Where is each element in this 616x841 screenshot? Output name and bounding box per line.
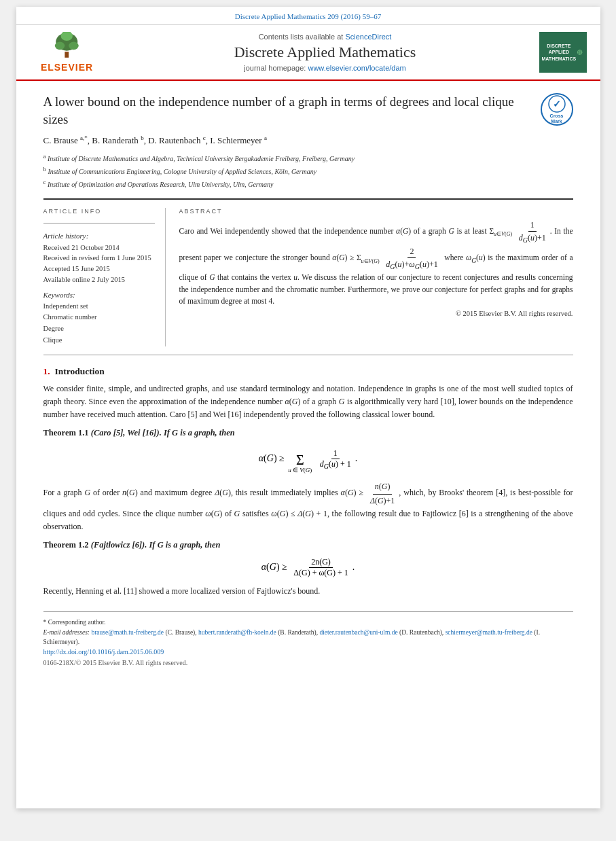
elsevier-tree-icon xyxy=(47,32,88,59)
authors-line: C. Brause a,*, B. Randerath b, D. Rauten… xyxy=(43,135,573,146)
homepage-link[interactable]: www.elsevier.com/locate/dam xyxy=(308,64,405,72)
history-label: Article history: xyxy=(43,232,155,240)
journal-title: Discrete Applied Mathematics xyxy=(234,43,416,61)
info-divider xyxy=(43,223,155,223)
main-content: A lower bound on the independence number… xyxy=(16,81,600,680)
section-1-heading: 1. Introduction xyxy=(43,366,573,377)
body-divider xyxy=(43,355,573,355)
journal-header: ELSEVIER Contents lists available at Sci… xyxy=(16,25,600,81)
homepage-line: journal homepage: www.elsevier.com/locat… xyxy=(244,64,405,72)
abstract-text: Caro and Wei independently showed that t… xyxy=(179,219,573,308)
svg-rect-0 xyxy=(65,52,69,58)
citation-bar: Discrete Applied Mathematics 209 (2016) … xyxy=(16,7,600,25)
journal-thumbnail: DISCRETEAPPLIEDMATHEMATICS xyxy=(539,32,587,73)
crossmark-badge: ✓ CrossMark xyxy=(541,93,573,126)
intro-paragraph-3: Recently, Henning et al. [11] showed a m… xyxy=(43,585,573,598)
email-addresses: E-mail addresses: brause@math.tu-freiber… xyxy=(43,628,573,647)
theorem-1-1-formula: α(G) ≥ Σ u ∈ V(G) 1 dG(u) + 1 . xyxy=(43,445,573,473)
sciencedirect-link[interactable]: ScienceDirect xyxy=(345,33,391,41)
page: Discrete Applied Mathematics 209 (2016) … xyxy=(16,7,600,808)
journal-info-center: Contents lists available at ScienceDirec… xyxy=(118,32,532,73)
section-number: 1. xyxy=(43,366,50,376)
article-info-label: Article Info xyxy=(43,208,155,215)
issn-line: 0166-218X/© 2015 Elsevier B.V. All right… xyxy=(43,659,573,666)
received-revised-date: Received in revised form 1 June 2015 xyxy=(43,253,155,264)
citation-text: Discrete Applied Mathematics 209 (2016) … xyxy=(235,12,381,20)
received-date: Received 21 October 2014 xyxy=(43,243,155,253)
theorem-1-1: Theorem 1.1 (Caro [5], Wei [16]). If G i… xyxy=(43,428,573,473)
theorem-1-2-label: Theorem 1.2 (Fajtlowicz [6]). If G is a … xyxy=(43,540,573,550)
article-title: A lower bound on the independence number… xyxy=(43,93,541,128)
email-link[interactable]: brause@math.tu-freiberg.de xyxy=(91,629,164,636)
keyword-4: Clique xyxy=(43,335,155,346)
email-link-2[interactable]: hubert.randerath@fh-koeln.de xyxy=(198,629,276,636)
keyword-1: Independent set xyxy=(43,301,155,312)
email-link-4[interactable]: schiermeyer@math.tu-freiberg.de xyxy=(446,629,532,636)
theorem-1-2-formula: α(G) ≥ 2n(G) Δ(G) + ω(G) + 1 . xyxy=(43,557,573,578)
abstract-column: Abstract Caro and Wei independently show… xyxy=(179,208,573,346)
doi-line: http://dx.doi.org/10.1016/j.dam.2015.06.… xyxy=(43,647,573,657)
accepted-date: Accepted 15 June 2015 xyxy=(43,264,155,274)
elsevier-wordmark: ELSEVIER xyxy=(41,62,93,73)
contents-available-text: Contents lists available at ScienceDirec… xyxy=(259,33,392,41)
email-link-3[interactable]: dieter.rautenbach@uni-ulm.de xyxy=(319,629,397,636)
history-dates: Received 21 October 2014 Received in rev… xyxy=(43,243,155,285)
footnote-section: * Corresponding author. E-mail addresses… xyxy=(43,611,573,666)
affil-c: c Institute of Optimization and Operatio… xyxy=(43,178,573,190)
affil-b: b Institute of Communications Engineerin… xyxy=(43,165,573,177)
article-title-section: A lower bound on the independence number… xyxy=(43,93,573,128)
keyword-3: Degree xyxy=(43,323,155,335)
doi-link[interactable]: http://dx.doi.org/10.1016/j.dam.2015.06.… xyxy=(43,648,164,656)
keywords-label: Keywords: xyxy=(43,291,155,299)
info-abstract-columns: Article Info Article history: Received 2… xyxy=(43,208,573,346)
intro-paragraph-2: For a graph G of order n(G) and maximum … xyxy=(43,480,573,533)
keyword-2: Chromatic number xyxy=(43,312,155,323)
affil-a: a Institute of Discrete Mathematics and … xyxy=(43,152,573,164)
journal-cover-icon xyxy=(576,42,583,62)
publisher-logo: ELSEVIER xyxy=(23,32,111,73)
section-divider xyxy=(43,198,573,200)
svg-point-3 xyxy=(69,42,79,50)
section-title: Introduction xyxy=(54,366,104,376)
available-date: Available online 2 July 2015 xyxy=(43,274,155,285)
svg-point-2 xyxy=(54,42,65,50)
theorem-1-2: Theorem 1.2 (Fajtlowicz [6]). If G is a … xyxy=(43,540,573,578)
abstract-label: Abstract xyxy=(179,208,573,215)
theorem-1-1-label: Theorem 1.1 (Caro [5], Wei [16]). If G i… xyxy=(43,428,573,438)
intro-paragraph-1: We consider finite, simple, and undirect… xyxy=(43,382,573,422)
article-info-column: Article Info Article history: Received 2… xyxy=(43,208,166,346)
svg-text:✓: ✓ xyxy=(553,99,561,109)
corresponding-author-note: * Corresponding author. xyxy=(43,618,573,627)
crossmark-icon: ✓ xyxy=(547,94,566,113)
keywords-list: Independent set Chromatic number Degree … xyxy=(43,301,155,346)
affiliations: a Institute of Discrete Mathematics and … xyxy=(43,152,573,190)
copyright-line: © 2015 Elsevier B.V. All rights reserved… xyxy=(179,310,573,317)
